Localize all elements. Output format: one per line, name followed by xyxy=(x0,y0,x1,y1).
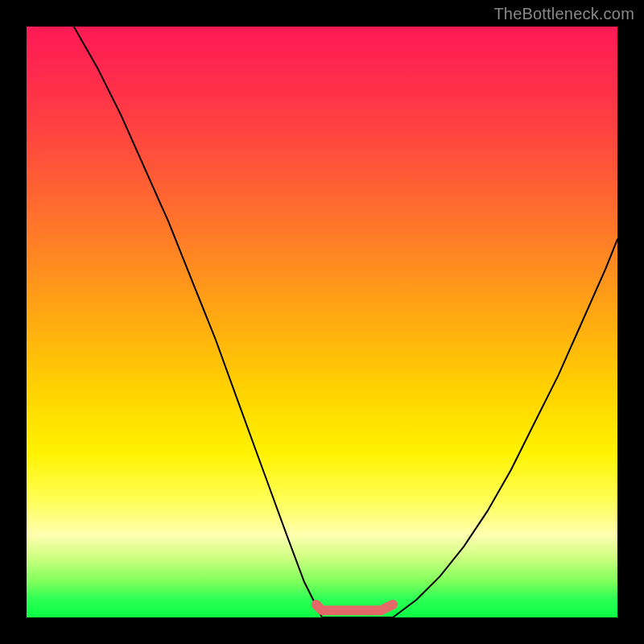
bottleneck-curve-left xyxy=(74,27,322,617)
chart-frame: TheBottleneck.com xyxy=(0,0,644,644)
bottleneck-curve-right xyxy=(393,239,617,617)
curve-layer xyxy=(27,27,617,617)
plot-area xyxy=(27,27,617,617)
watermark-text: TheBottleneck.com xyxy=(493,5,634,23)
trough-highlight-icon xyxy=(316,605,393,610)
